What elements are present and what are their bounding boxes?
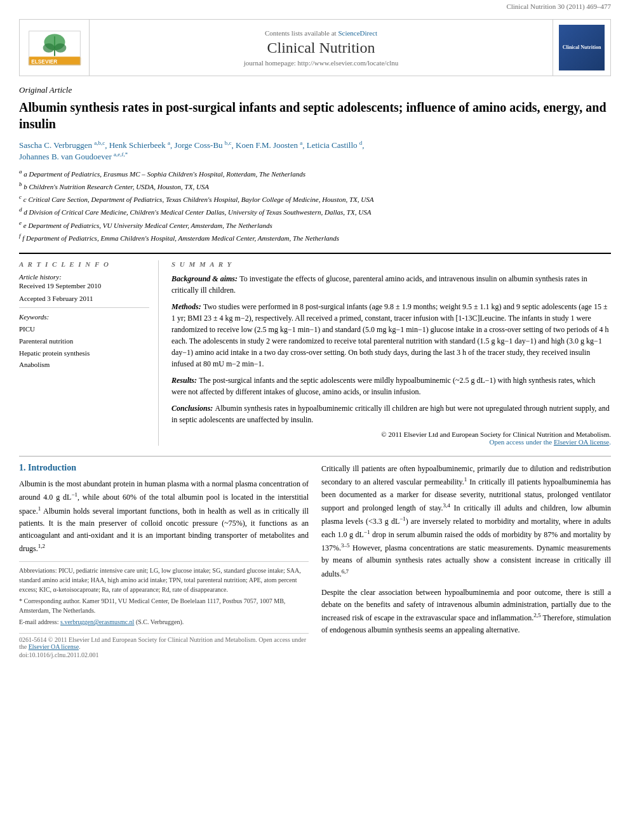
sciencedirect-link[interactable]: ScienceDirect: [338, 29, 377, 37]
summary-title: S U M M A R Y: [171, 260, 611, 268]
elsevier-oa-link[interactable]: Elsevier OA license: [554, 438, 609, 446]
conclusions-text: Albumin synthesis rates in hypoalbuminem…: [171, 404, 610, 424]
journal-cover-image: Clinical Nutrition: [559, 25, 605, 70]
affiliation-b: b b Children's Nutrition Research Center…: [19, 180, 611, 192]
author-henk: Henk Schierbeek a: [109, 140, 170, 150]
keyword-4: Anabolism: [19, 359, 149, 371]
corresponding-label: Corresponding: [24, 597, 62, 604]
article-info-title: A R T I C L E I N F O: [19, 260, 149, 268]
results-section: Results: The post-surgical infants and t…: [171, 375, 611, 397]
author-sascha: Sascha C. Verbruggen a,b,c: [19, 140, 105, 150]
keyword-2: Parenteral nutrition: [19, 335, 149, 347]
svg-text:ELSEVIER: ELSEVIER: [31, 59, 57, 65]
article-title: Albumin synthesis rates in post-surgical…: [19, 99, 611, 132]
intro-paragraph-2: Critically ill patients are often hypoal…: [321, 463, 611, 580]
article-type: Original Article: [19, 85, 72, 95]
footnotes-section: Abbreviations: PICU, pediatric intensive…: [19, 561, 309, 627]
svg-point-4: [43, 43, 54, 53]
journal-homepage: journal homepage: http://www.elsevier.co…: [244, 59, 399, 67]
intro-paragraph-3: Despite the clear association between hy…: [321, 587, 611, 637]
oa-license-text: Open access under the Elsevier OA licens…: [171, 438, 611, 446]
affiliation-c: c c Critical Care Section, Department of…: [19, 192, 611, 205]
journal-citation: Clinical Nutrition 30 (2011) 469–477: [506, 3, 611, 10]
author-koen: Koen F.M. Joosten a: [236, 140, 302, 150]
received-date: Received 19 September 2010: [19, 282, 149, 290]
summary-column: S U M M A R Y Background & aims: To inve…: [171, 260, 611, 446]
intro-paragraph-1: Albumin is the most abundant protein in …: [19, 478, 309, 555]
copyright-text: © 2011 Elsevier Ltd and European Society…: [171, 430, 611, 438]
methods-section: Methods: Two studies were performed in 8…: [171, 301, 611, 370]
affiliation-a: a a Department of Pediatrics, Erasmus MC…: [19, 167, 611, 180]
results-title: Results:: [171, 376, 197, 385]
body-right-column: Critically ill patients are often hypoal…: [321, 463, 611, 658]
journal-header-center: Contents lists available at ScienceDirec…: [90, 20, 553, 76]
email-footnote: E-mail address: s.verbruggen@erasmusmc.n…: [19, 617, 309, 627]
affiliation-e: e e Department of Pediatrics, VU Univers…: [19, 218, 611, 231]
journal-header: ELSEVIER Contents lists available at Sci…: [19, 19, 611, 76]
methods-title: Methods:: [171, 302, 201, 311]
affiliations: a a Department of Pediatrics, Erasmus MC…: [19, 167, 611, 244]
body-section: 1. Introduction Albumin is the most abun…: [19, 456, 611, 658]
journal-title: Clinical Nutrition: [267, 39, 375, 57]
author-jorge: Jorge Coss-Bu b,c: [175, 140, 232, 150]
elsevier-logo-icon: ELSEVIER: [26, 30, 83, 65]
keywords-label: Keywords:: [19, 313, 149, 321]
authors-line: Sascha C. Verbruggen a,b,c, Henk Schierb…: [19, 140, 611, 162]
author-leticia: Leticia Castillo d: [307, 140, 363, 150]
journal-cover-container: Clinical Nutrition: [553, 20, 610, 76]
footer-doi: doi:10.1016/j.clnu.2011.02.001: [19, 650, 309, 658]
methods-text: Two studies were performed in 8 post-sur…: [171, 302, 609, 368]
introduction-title: 1. Introduction: [19, 463, 309, 473]
affiliation-f: f f Department of Pediatrics, Emma Child…: [19, 231, 611, 244]
divider: [19, 307, 149, 308]
conclusions-section: Conclusions: Albumin synthesis rates in …: [171, 403, 611, 425]
body-left-column: 1. Introduction Albumin is the most abun…: [19, 463, 309, 658]
main-content: Original Article Albumin synthesis rates…: [0, 85, 630, 658]
footer-oa-link[interactable]: Elsevier OA license: [29, 643, 79, 650]
article-info-column: A R T I C L E I N F O Article history: R…: [19, 260, 159, 446]
email-link[interactable]: s.verbruggen@erasmusmc.nl: [60, 618, 134, 625]
results-text: The post-surgical infants and the septic…: [171, 376, 595, 396]
footer-bar: 0261-5614 © 2011 Elsevier Ltd and Europe…: [19, 633, 309, 650]
footer-issn: 0261-5614 © 2011 Elsevier Ltd and Europe…: [19, 636, 309, 650]
background-section: Background & aims: To investigate the ef…: [171, 273, 611, 296]
elsevier-logo-container: ELSEVIER: [20, 20, 90, 76]
article-info-summary-section: A R T I C L E I N F O Article history: R…: [19, 253, 611, 446]
author-johannes: Johannes B. van Goudoever a,e,f,*: [19, 152, 128, 161]
contents-link: Contents lists available at ScienceDirec…: [265, 29, 377, 37]
corresponding-footnote: * Corresponding author. Kamer 9D11, VU M…: [19, 596, 309, 615]
keyword-3: Hepatic protein synthesis: [19, 347, 149, 359]
accepted-date: Accepted 3 February 2011: [19, 295, 149, 302]
background-title: Background & aims:: [171, 274, 238, 283]
svg-point-5: [55, 43, 66, 53]
keyword-1: PICU: [19, 323, 149, 335]
abbreviations-footnote: Abbreviations: PICU, pediatric intensive…: [19, 566, 309, 594]
top-info-bar: Clinical Nutrition 30 (2011) 469–477: [0, 0, 630, 13]
affiliation-d: d d Division of Critical Care Medicine, …: [19, 205, 611, 218]
history-label: Article history:: [19, 273, 149, 281]
conclusions-title: Conclusions:: [171, 404, 213, 413]
